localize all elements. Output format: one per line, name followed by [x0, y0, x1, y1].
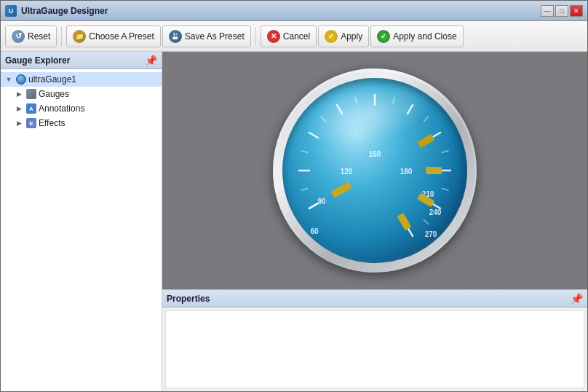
svg-line-14 [309, 133, 319, 138]
svg-rect-1 [330, 181, 351, 198]
properties-panel: Properties 📌 [162, 289, 587, 391]
tree-label-gauges: Gauges [39, 89, 69, 99]
tree-item-annotations[interactable]: ▶ A Annotations [1, 101, 162, 116]
svg-rect-34 [417, 134, 434, 149]
expand-gauges[interactable]: ▶ [14, 89, 24, 99]
toolbar-separator-2 [255, 27, 256, 46]
sidebar: Gauge Explorer 📌 ▼ ultraGauge1 ▶ [1, 52, 162, 391]
svg-line-22 [393, 97, 395, 104]
gauge-wrapper: 30 60 90 120 150 180 [273, 68, 477, 273]
gauge-area: 30 60 90 120 150 180 [162, 52, 587, 289]
properties-content [165, 310, 584, 388]
effects-icon: E [25, 117, 37, 129]
svg-text:60: 60 [310, 227, 319, 235]
svg-line-25 [442, 189, 449, 191]
annotations-icon: A [25, 103, 37, 114]
tree-label-annotations: Annotations [39, 103, 84, 114]
svg-line-12 [309, 203, 319, 209]
properties-pin-icon[interactable]: 📌 [571, 293, 583, 305]
gauge-inner: 30 60 90 120 150 180 [282, 78, 467, 263]
cancel-icon: ✕ [267, 30, 280, 43]
svg-line-26 [424, 219, 429, 224]
properties-header: Properties 📌 [162, 290, 587, 307]
choose-preset-button[interactable]: 📁 Choose A Preset [66, 26, 160, 47]
apply-close-icon: ✓ [377, 30, 390, 43]
reset-icon: ↺ [12, 30, 25, 43]
save-preset-icon: 💾 [169, 30, 182, 43]
svg-text:300: 300 [419, 258, 432, 263]
close-button[interactable]: ✕ [570, 5, 583, 17]
svg-line-15 [337, 104, 343, 114]
svg-line-30 [355, 97, 357, 104]
sidebar-header: Gauge Explorer 📌 [1, 52, 162, 69]
svg-text:150: 150 [369, 150, 381, 158]
tree-label-ultragauge1: ultraGauge1 [28, 74, 76, 85]
apply-close-button[interactable]: ✓ Apply and Close [370, 26, 463, 47]
svg-text:90: 90 [317, 197, 326, 205]
main-content: Gauge Explorer 📌 ▼ ultraGauge1 ▶ [1, 52, 587, 391]
svg-rect-33 [397, 213, 412, 230]
apply-icon: ✓ [325, 30, 338, 43]
title-bar: U UltraGauge Designer — □ ✕ [1, 1, 587, 21]
cancel-button[interactable]: ✕ Cancel [261, 26, 317, 47]
sidebar-pin-icon[interactable]: 📌 [145, 55, 157, 66]
gauge-svg: 30 60 90 120 150 180 [282, 78, 467, 263]
svg-line-23 [424, 117, 429, 122]
tree-item-effects[interactable]: ▶ E Effects [1, 116, 162, 130]
svg-line-27 [301, 189, 309, 191]
svg-line-28 [301, 151, 309, 153]
right-panel: 30 60 90 120 150 180 [162, 52, 587, 391]
gear-icon [25, 88, 37, 100]
svg-line-29 [321, 117, 326, 122]
expand-annotations[interactable]: ▶ [14, 103, 24, 114]
tree-label-effects: Effects [39, 118, 65, 128]
tree-item-ultragauge1[interactable]: ▼ ultraGauge1 [1, 72, 162, 87]
svg-text:120: 120 [341, 168, 353, 176]
tree-item-gauges[interactable]: ▶ Gauges [1, 87, 162, 101]
apply-button[interactable]: ✓ Apply [318, 26, 369, 47]
tree-container: ▼ ultraGauge1 ▶ Gauges ▶ [1, 69, 162, 391]
properties-title: Properties [167, 294, 210, 304]
toolbar: ↺ Reset 📁 Choose A Preset 💾 Save As Pres… [1, 21, 587, 52]
expand-ultragauge1[interactable]: ▼ [4, 74, 14, 85]
minimize-button[interactable]: — [541, 5, 554, 17]
gauge-outer: 30 60 90 120 150 180 [273, 68, 477, 273]
svg-line-24 [442, 151, 449, 153]
main-window: U UltraGauge Designer — □ ✕ ↺ Reset 📁 Ch… [0, 0, 588, 392]
expand-effects[interactable]: ▶ [14, 118, 24, 128]
toolbar-separator-1 [61, 27, 62, 46]
choose-preset-icon: 📁 [73, 30, 86, 43]
svg-line-17 [408, 104, 413, 114]
maximize-button[interactable]: □ [555, 5, 568, 17]
svg-text:270: 270 [425, 230, 437, 238]
reset-button[interactable]: ↺ Reset [5, 26, 57, 47]
window-controls: — □ ✕ [541, 5, 583, 17]
svg-text:180: 180 [400, 168, 413, 176]
app-icon: U [5, 5, 17, 17]
svg-rect-31 [426, 167, 442, 174]
globe-icon [15, 74, 27, 85]
save-preset-button[interactable]: 💾 Save As Preset [162, 26, 251, 47]
window-title: UltraGauge Designer [21, 6, 536, 16]
svg-text:240: 240 [429, 208, 442, 216]
